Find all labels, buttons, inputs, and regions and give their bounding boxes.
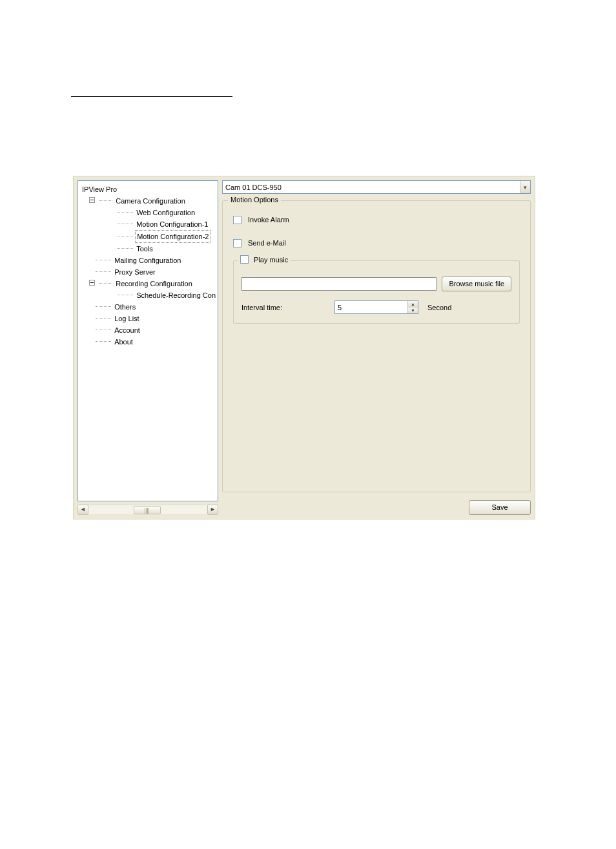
scroll-track[interactable] bbox=[88, 505, 207, 515]
spinner-down-icon[interactable]: ▼ bbox=[408, 308, 418, 313]
tree-item-proxy[interactable]: Proxy Server bbox=[113, 266, 157, 278]
camera-select-value: Cam 01 DCS-950 bbox=[225, 183, 282, 191]
interval-label: Interval time: bbox=[241, 304, 325, 311]
minus-icon[interactable] bbox=[89, 280, 95, 286]
motion-options-group: Motion Options Invoke Alarm Send e-Mail … bbox=[222, 200, 531, 492]
tree-panel: IPView Pro Camera Configuration bbox=[77, 180, 218, 515]
invoke-alarm-checkbox[interactable] bbox=[233, 216, 241, 224]
tree-view[interactable]: IPView Pro Camera Configuration bbox=[77, 180, 218, 501]
interval-unit: Second bbox=[427, 304, 451, 311]
play-music-checkbox[interactable] bbox=[240, 255, 249, 264]
right-panel: Cam 01 DCS-950 ▾ Motion Options Invoke A… bbox=[222, 180, 531, 515]
tree-root[interactable]: IPView Pro bbox=[81, 183, 118, 195]
tree-item-others[interactable]: Others bbox=[113, 301, 137, 313]
browse-music-button[interactable]: Browse music file bbox=[442, 277, 511, 291]
send-email-checkbox[interactable] bbox=[233, 239, 241, 247]
minus-icon[interactable] bbox=[89, 197, 95, 203]
spinner-up-icon[interactable]: ▲ bbox=[408, 301, 418, 308]
tree-hscrollbar[interactable]: ◄ ► bbox=[77, 504, 218, 515]
tree-item-schedule[interactable]: Schedule-Recording Con bbox=[135, 289, 217, 301]
interval-value: 5 bbox=[338, 304, 342, 311]
scroll-left-icon[interactable]: ◄ bbox=[77, 505, 88, 515]
tree-item-tools[interactable]: Tools bbox=[135, 243, 154, 255]
app-window: IPView Pro Camera Configuration bbox=[73, 176, 535, 519]
play-music-label: Play music bbox=[254, 256, 288, 264]
music-file-input[interactable] bbox=[241, 277, 436, 291]
scroll-thumb[interactable] bbox=[134, 506, 161, 514]
tree-item-motion2[interactable]: Motion Configuration-2 bbox=[135, 230, 210, 243]
tree-item-mailing[interactable]: Mailing Configuration bbox=[113, 255, 182, 266]
send-email-label: Send e-Mail bbox=[248, 239, 286, 247]
play-music-group: Play music Browse music file Interval ti… bbox=[233, 260, 520, 324]
save-button[interactable]: Save bbox=[469, 500, 531, 515]
tree-item-about[interactable]: About bbox=[113, 336, 134, 348]
tree-item-motion1[interactable]: Motion Configuration-1 bbox=[135, 218, 209, 230]
tree-item-camera-config[interactable]: Camera Configuration bbox=[114, 195, 187, 207]
interval-spinner[interactable]: 5 ▲ ▼ bbox=[334, 300, 418, 314]
motion-options-legend: Motion Options bbox=[228, 196, 281, 204]
invoke-alarm-label: Invoke Alarm bbox=[248, 216, 289, 224]
tree-item-account[interactable]: Account bbox=[113, 324, 141, 336]
scroll-right-icon[interactable]: ► bbox=[207, 505, 218, 515]
chevron-down-icon[interactable]: ▾ bbox=[520, 181, 530, 193]
tree-item-loglist[interactable]: Log List bbox=[113, 313, 141, 324]
tree-item-web-config[interactable]: Web Configuration bbox=[135, 207, 196, 218]
tree-item-recording[interactable]: Recording Configuration bbox=[114, 278, 194, 289]
camera-select[interactable]: Cam 01 DCS-950 ▾ bbox=[222, 180, 531, 194]
